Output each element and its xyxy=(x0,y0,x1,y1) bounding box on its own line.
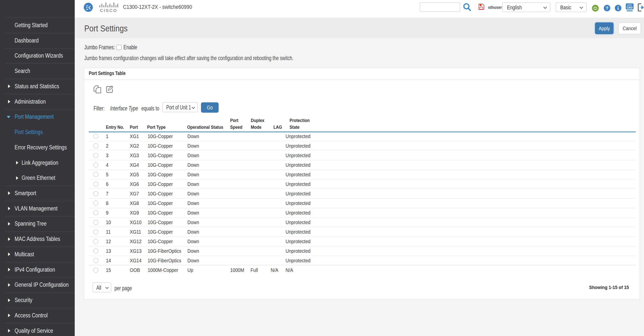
svg-text:CBD: CBD xyxy=(627,6,633,9)
svg-text:CISCO: CISCO xyxy=(100,8,117,13)
svg-text:?: ? xyxy=(606,6,609,11)
